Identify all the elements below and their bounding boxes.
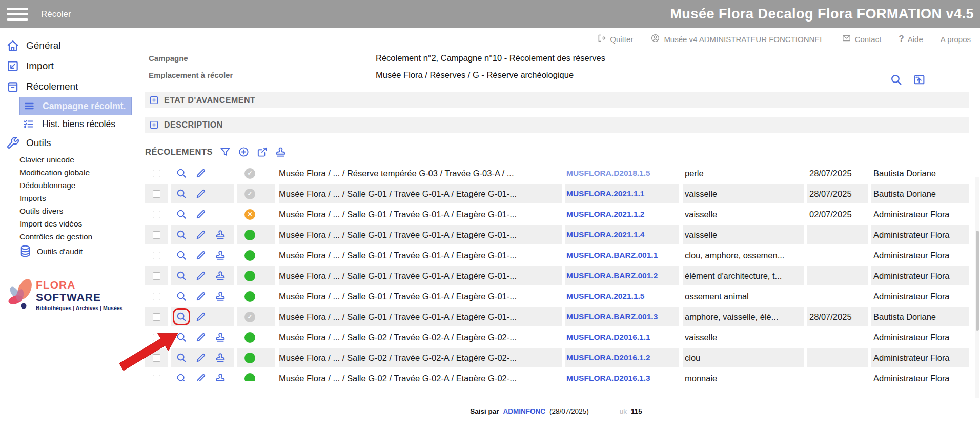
row-id-link[interactable]: MUSFLORA.2021.1.5 [565, 287, 679, 305]
quitter-button[interactable]: Quitter [597, 33, 633, 45]
section-description[interactable]: DESCRIPTION [145, 117, 969, 133]
row-search-icon[interactable] [175, 310, 188, 323]
quitter-label: Quitter [610, 35, 633, 44]
row-stamp-icon[interactable] [214, 269, 227, 282]
row-checkbox[interactable] [153, 231, 160, 239]
sidebar-item-hist-biens-recoles[interactable]: Hist. biens récolés [19, 115, 132, 133]
row-edit-icon[interactable] [194, 310, 208, 323]
row-search-icon[interactable] [175, 269, 188, 282]
row-date [807, 266, 868, 285]
row-id-link[interactable]: MUSFLORA.D2016.1.1 [565, 328, 679, 346]
row-id-link[interactable]: MUSFLORA.2021.1.4 [565, 225, 679, 244]
expand-plus-icon[interactable] [149, 95, 159, 105]
sidebar-item-import-des-videos[interactable]: Import des vidéos [0, 217, 132, 230]
scrollbar-thumb[interactable] [976, 231, 979, 331]
saisi-par-user-link[interactable]: ADMINFONC [503, 407, 546, 415]
sidebar-item-campagne-recolmt[interactable]: Campagne récolmt. [19, 97, 132, 115]
row-edit-icon[interactable] [194, 208, 208, 221]
row-checkbox[interactable] [153, 170, 160, 177]
current-user[interactable]: Musée v4 ADMINISTRATEUR FONCTIONNEL [650, 33, 824, 45]
row-search-icon[interactable] [175, 208, 188, 221]
row-stamp-icon[interactable] [214, 351, 227, 364]
section-title: ETAT D'AVANCEMENT [164, 96, 255, 105]
row-search-icon[interactable] [175, 372, 188, 381]
stamp-icon[interactable] [275, 146, 287, 158]
row-id-link[interactable]: MUSFLORA.BARZ.001.3 [565, 307, 679, 326]
table-row: ✓ Musée Flora / ... / Salle G-01 / Travé… [145, 184, 971, 203]
sidebar-item-general[interactable]: Général [0, 35, 132, 56]
row-status-icon [244, 332, 255, 343]
row-checkbox[interactable] [153, 190, 160, 198]
row-id-link[interactable]: MUSFLORA.D2016.1.3 [565, 369, 679, 381]
row-id-link[interactable]: MUSFLORA.2021.1.2 [565, 205, 679, 223]
row-checkbox[interactable] [153, 272, 160, 280]
row-user: Bautista Doriane [871, 307, 969, 326]
row-stamp-icon[interactable] [214, 331, 227, 344]
row-edit-icon[interactable] [194, 228, 208, 241]
row-status-icon [244, 230, 255, 240]
row-checkbox[interactable] [153, 252, 160, 259]
row-edit-icon[interactable] [194, 269, 208, 282]
row-search-icon[interactable] [175, 290, 188, 303]
add-icon[interactable] [238, 146, 250, 158]
row-id-link[interactable]: MUSFLORA.2021.1.1 [565, 184, 679, 203]
section-etat-avancement[interactable]: ETAT D'AVANCEMENT [145, 92, 969, 108]
row-date [807, 369, 868, 381]
hamburger-menu-icon[interactable] [7, 8, 28, 21]
row-stamp-icon[interactable] [214, 249, 227, 262]
export-window-icon[interactable] [913, 73, 926, 88]
row-edit-icon[interactable] [194, 331, 208, 344]
search-icon[interactable] [890, 73, 903, 88]
recolements-header: RÉCOLEMENTS [145, 146, 980, 158]
row-stamp-icon[interactable] [214, 228, 227, 241]
sidebar-item-clavier-unicode[interactable]: Clavier unicode [0, 153, 132, 166]
row-edit-icon[interactable] [194, 290, 208, 303]
aide-button[interactable]: ? Aide [899, 34, 923, 44]
sidebar-item-dedoublonnage[interactable]: Dédoublonnage [0, 179, 132, 192]
sidebar-item-outils-divers[interactable]: Outils divers [0, 204, 132, 217]
row-search-icon[interactable] [175, 351, 188, 364]
vertical-scrollbar[interactable] [975, 177, 979, 398]
contact-button[interactable]: Contact [842, 33, 882, 45]
row-object: ossement animal [683, 287, 804, 305]
filter-icon[interactable] [219, 146, 231, 158]
row-edit-icon[interactable] [194, 351, 208, 364]
sidebar-item-outils-d-audit[interactable]: Outils d'audit [0, 243, 132, 259]
row-checkbox[interactable] [153, 211, 160, 218]
sidebar-item-controles-de-gestion[interactable]: Contrôles de gestion [0, 230, 132, 243]
sidebar-item-import[interactable]: Import [0, 56, 132, 76]
row-checkbox[interactable] [153, 334, 160, 341]
expand-plus-icon[interactable] [149, 120, 159, 130]
row-id-link[interactable]: MUSFLORA.BARZ.001.2 [565, 266, 679, 285]
row-date: 28/07/2025 [807, 164, 868, 182]
row-edit-icon[interactable] [194, 187, 208, 200]
row-search-icon[interactable] [175, 228, 188, 241]
row-checkbox[interactable] [153, 313, 160, 321]
row-edit-icon[interactable] [194, 372, 208, 381]
row-id-link[interactable]: MUSFLORA.BARZ.001.1 [565, 246, 679, 264]
sidebar-item-modification-globale[interactable]: Modification globale [0, 166, 132, 179]
row-id-link[interactable]: MUSFLORA.D2016.1.2 [565, 348, 679, 367]
row-search-icon[interactable] [175, 249, 188, 262]
sidebar-nav: Général Import Récolement Campagne récol… [0, 35, 132, 259]
sidebar-item-label: Hist. biens récolés [42, 119, 115, 130]
sidebar-item-imports[interactable]: Imports [0, 192, 132, 204]
row-search-icon[interactable] [175, 331, 188, 344]
row-stamp-icon[interactable] [214, 290, 227, 303]
open-external-icon[interactable] [256, 146, 268, 158]
sidebar-item-recolement[interactable]: Récolement [0, 76, 132, 97]
row-search-icon[interactable] [175, 187, 188, 200]
row-edit-icon[interactable] [194, 167, 208, 180]
row-checkbox[interactable] [153, 375, 160, 382]
row-stamp-icon[interactable] [214, 372, 227, 381]
row-checkbox[interactable] [153, 354, 160, 362]
apropos-button[interactable]: A propos [941, 35, 971, 44]
row-user: Administrateur Flora [871, 348, 969, 367]
row-checkbox[interactable] [153, 293, 160, 300]
row-search-icon[interactable] [175, 167, 188, 180]
campaign-form: Campagne Récolement n°2, Campagne n°10 -… [132, 50, 980, 84]
sidebar-item-outils[interactable]: Outils [0, 133, 132, 153]
table-row: Musée Flora / ... / Salle G-01 / Travée … [145, 246, 971, 264]
row-id-link[interactable]: MUSFLORA.D2018.1.5 [565, 164, 679, 182]
row-edit-icon[interactable] [194, 249, 208, 262]
